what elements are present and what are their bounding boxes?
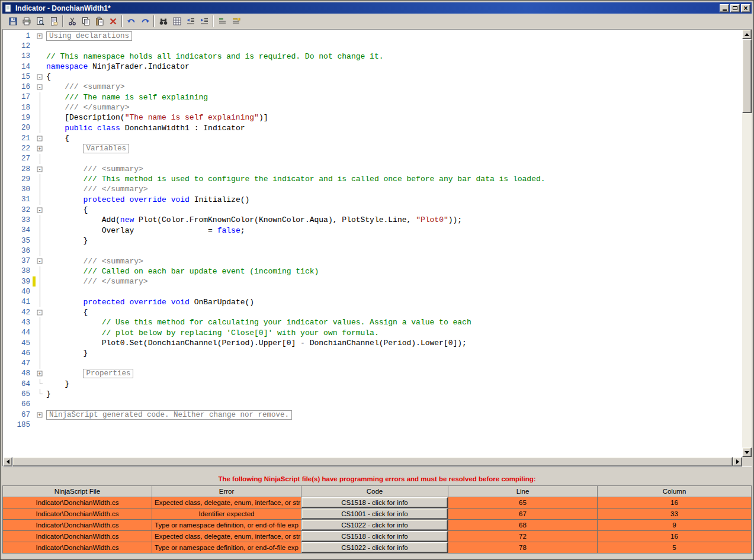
- close-button[interactable]: ×: [741, 4, 750, 12]
- comment-button[interactable]: [216, 15, 229, 28]
- line-number[interactable]: 20: [3, 124, 33, 132]
- line-number[interactable]: 17: [3, 93, 33, 101]
- line-number[interactable]: 34: [3, 226, 33, 234]
- line-number[interactable]: 64: [3, 380, 33, 388]
- code-line[interactable]: 32- {: [3, 205, 742, 215]
- fold-collapse-icon[interactable]: -: [37, 136, 43, 141]
- fold-expand-icon[interactable]: +: [37, 412, 43, 417]
- code-line[interactable]: 18 /// </summary>: [3, 102, 742, 112]
- code-line[interactable]: 21- {: [3, 133, 742, 143]
- code-line[interactable]: 14namespace NinjaTrader.Indicator: [3, 62, 742, 72]
- line-number[interactable]: 66: [3, 400, 33, 408]
- code-line[interactable]: 1+Using declarations: [3, 31, 742, 41]
- line-number[interactable]: 47: [3, 359, 33, 368]
- scroll-down-button[interactable]: [742, 448, 752, 457]
- title-bar[interactable]: Indicator - DonchianWidth1* ×: [2, 2, 752, 14]
- line-number[interactable]: 43: [3, 318, 33, 327]
- code-line[interactable]: 13// This namespace holds all indicators…: [3, 52, 742, 62]
- line-number[interactable]: 13: [3, 52, 33, 60]
- vertical-scroll-thumb[interactable]: [742, 39, 752, 113]
- error-row[interactable]: Indicator\DonchianWidth.csType or namesp…: [3, 542, 752, 553]
- code-line[interactable]: 36: [3, 246, 742, 256]
- code-line[interactable]: 22+ Variables: [3, 143, 742, 153]
- code-line[interactable]: 185: [3, 420, 742, 430]
- code-line[interactable]: 64 }: [3, 379, 742, 389]
- code-line[interactable]: 48+ Properties: [3, 369, 742, 379]
- code-line[interactable]: 66: [3, 400, 742, 410]
- fold-collapse-icon[interactable]: -: [37, 166, 43, 172]
- line-number[interactable]: 44: [3, 329, 33, 337]
- outdent-button[interactable]: [184, 15, 197, 28]
- line-number[interactable]: 35: [3, 237, 33, 245]
- line-number[interactable]: 33: [3, 216, 33, 224]
- error-row[interactable]: Indicator\DonchianWidth.csType or namesp…: [3, 520, 752, 531]
- line-number[interactable]: 14: [3, 63, 33, 71]
- code-line[interactable]: 28- /// <summary>: [3, 164, 742, 174]
- line-number[interactable]: 41: [3, 298, 33, 306]
- print-button[interactable]: [20, 15, 33, 28]
- vertical-scroll-track[interactable]: [742, 39, 752, 448]
- line-number[interactable]: 38: [3, 267, 33, 275]
- code-line[interactable]: 39 /// </summary>: [3, 276, 742, 287]
- line-number[interactable]: 32: [3, 206, 33, 214]
- code-line[interactable]: 19 [Description("The name is self explai…: [3, 112, 742, 123]
- error-code-button[interactable]: CS1518 - click for info: [301, 531, 448, 542]
- code-area[interactable]: 1+Using declarations1213// This namespac…: [3, 30, 742, 457]
- line-number[interactable]: 12: [3, 42, 33, 50]
- horizontal-scroll-thumb[interactable]: [12, 457, 733, 466]
- scroll-right-button[interactable]: [733, 457, 742, 466]
- vertical-scrollbar[interactable]: [742, 30, 752, 457]
- error-row[interactable]: Indicator\DonchianWidth.csExpected class…: [3, 531, 752, 542]
- minimize-button[interactable]: [720, 4, 729, 12]
- paste-button[interactable]: [92, 15, 106, 28]
- code-line[interactable]: 44 // plot below by replacing 'Close[0]'…: [3, 328, 742, 338]
- code-line[interactable]: 34 Overlay = false;: [3, 226, 742, 236]
- code-line[interactable]: 31 protected override void Initialize(): [3, 195, 742, 205]
- indent-button[interactable]: [197, 15, 211, 28]
- line-number[interactable]: 67: [3, 411, 33, 419]
- error-code-button[interactable]: CS1022 - click for info: [301, 542, 448, 553]
- error-row[interactable]: Indicator\DonchianWidth.csExpected class…: [3, 497, 752, 508]
- scroll-up-button[interactable]: [742, 30, 752, 39]
- code-line[interactable]: 38 /// Called on each bar update event (…: [3, 266, 742, 276]
- code-line[interactable]: 27: [3, 154, 742, 164]
- code-line[interactable]: 41 protected override void OnBarUpdate(): [3, 297, 742, 307]
- line-number[interactable]: 15: [3, 73, 33, 81]
- fold-collapse-icon[interactable]: -: [37, 74, 43, 79]
- fold-collapse-icon[interactable]: -: [37, 207, 43, 213]
- fold-expand-icon[interactable]: +: [37, 146, 43, 151]
- fold-expand-icon[interactable]: +: [37, 371, 43, 376]
- line-number[interactable]: 45: [3, 339, 33, 347]
- cut-button[interactable]: [65, 15, 79, 28]
- code-line[interactable]: 65}: [3, 389, 742, 399]
- save-button[interactable]: [6, 15, 20, 28]
- line-number[interactable]: 30: [3, 185, 33, 194]
- collapsed-region[interactable]: Properties: [83, 369, 133, 378]
- code-line[interactable]: 40: [3, 287, 742, 297]
- line-number[interactable]: 48: [3, 369, 33, 378]
- redo-button[interactable]: [138, 15, 152, 28]
- line-number[interactable]: 40: [3, 288, 33, 296]
- column-header-line[interactable]: Line: [448, 486, 598, 497]
- code-line[interactable]: 17 /// The name is self explaining: [3, 92, 742, 102]
- replace-button[interactable]: [170, 15, 184, 28]
- code-line[interactable]: 47: [3, 359, 742, 369]
- line-number[interactable]: 46: [3, 349, 33, 358]
- column-header-ninjascript-file[interactable]: NinjaScript File: [3, 486, 152, 497]
- error-code-button[interactable]: CS1001 - click for info: [301, 508, 448, 519]
- line-number[interactable]: 27: [3, 155, 33, 163]
- line-number[interactable]: 37: [3, 257, 33, 265]
- fold-collapse-icon[interactable]: -: [37, 310, 43, 315]
- line-number[interactable]: 42: [3, 308, 33, 317]
- line-number[interactable]: 185: [3, 421, 33, 429]
- code-line[interactable]: 15-{: [3, 72, 742, 82]
- column-header-column[interactable]: Column: [598, 486, 752, 497]
- code-line[interactable]: 30 /// </summary>: [3, 184, 742, 194]
- line-number[interactable]: 36: [3, 247, 33, 255]
- column-header-code[interactable]: Code: [301, 486, 448, 497]
- code-line[interactable]: 67+NinjaScript generated code. Neither c…: [3, 410, 742, 420]
- maximize-button[interactable]: [730, 4, 740, 12]
- code-line[interactable]: 43 // Use this method for calculating yo…: [3, 317, 742, 327]
- error-code-button[interactable]: CS1518 - click for info: [301, 497, 448, 508]
- line-number[interactable]: 29: [3, 175, 33, 184]
